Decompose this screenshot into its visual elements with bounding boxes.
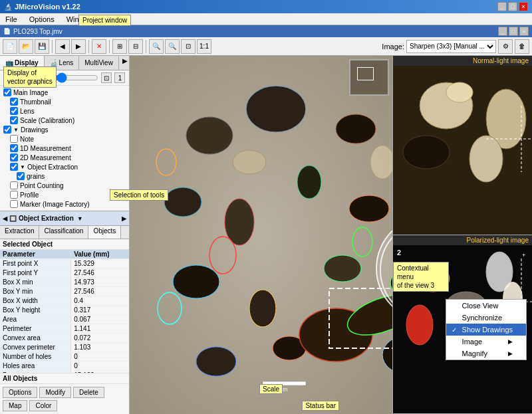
minimize-button[interactable]: _ (497, 2, 507, 11)
table-row[interactable]: First point Y27.546 (0, 268, 129, 278)
tab-classification[interactable]: Classification (39, 226, 88, 239)
thumbnail[interactable] (349, 59, 389, 96)
grain-overlay: 1 mm (130, 56, 392, 414)
tree-main-image[interactable]: Main Image (3, 88, 126, 97)
map-button[interactable]: Map (3, 400, 27, 411)
context-magnify[interactable]: Magnify ▶ (446, 348, 526, 360)
table-row[interactable]: Box X min14.973 (0, 278, 129, 287)
table-row[interactable]: First point X15.329 (0, 259, 129, 268)
obj-panel-header: ◀ 🔲 Object Extraction ▼ ▶ (0, 211, 129, 226)
center-image-area[interactable]: 1 mm Scale (130, 56, 392, 414)
tree-2d-measurement[interactable]: 2D Measurement (3, 153, 126, 162)
svg-point-6 (225, 199, 254, 245)
close-button[interactable]: × (519, 2, 528, 11)
tab-extraction[interactable]: Extraction (0, 226, 39, 239)
tree-grains[interactable]: grains (3, 171, 126, 181)
svg-point-40 (469, 136, 503, 182)
obj-panel-dropdown[interactable]: ▼ (77, 215, 83, 222)
table-row[interactable]: Number of holes0 (0, 352, 129, 362)
context-image[interactable]: Image ▶ (446, 336, 526, 348)
table-row[interactable]: Box Y height0.317 (0, 306, 129, 315)
toolbar-open[interactable]: 📂 (19, 39, 33, 54)
table-row[interactable]: Box Y min27.546 (0, 287, 129, 296)
param-value-2: 14.973 (71, 278, 129, 287)
table-row[interactable]: Convex area0.072 (0, 334, 129, 343)
tree-drawings[interactable]: ▼ Drawings (3, 125, 126, 134)
toolbar-delete[interactable]: 🗑 (515, 39, 529, 54)
tree-1d-measurement[interactable]: 1D Measurement (3, 144, 126, 153)
delete-button[interactable]: Delete (73, 387, 104, 398)
context-synchronize[interactable]: Synchronize (446, 312, 526, 324)
param-name-8: Convex area (0, 334, 71, 343)
project-maximize[interactable]: □ (509, 27, 518, 36)
project-minimize[interactable]: _ (498, 27, 507, 36)
param-name-10: Number of holes (0, 352, 71, 362)
toolbar-forward[interactable]: ▶ (71, 39, 86, 54)
options-button[interactable]: Options (3, 387, 37, 398)
tree-profile[interactable]: Profile (3, 190, 126, 199)
app-title: JMicroVision v1.22 (15, 3, 80, 11)
tree-point-counting[interactable]: Point Counting (3, 181, 126, 190)
tree-note[interactable]: Note (3, 134, 126, 144)
toolbar-sep3 (109, 40, 110, 53)
svg-point-18 (382, 335, 392, 375)
tree-scale[interactable]: Scale (Calibration) (3, 116, 126, 125)
context-show-drawings[interactable]: ✓ Show Drawings (446, 324, 526, 336)
toolbar-grid2[interactable]: ⊟ (128, 39, 143, 54)
toolbar-actual[interactable]: 1:1 (197, 39, 211, 54)
svg-text:+: + (522, 252, 525, 259)
tab-objects[interactable]: Objects (88, 226, 121, 239)
menu-options[interactable]: Options (27, 15, 57, 23)
table-row[interactable]: Perimeter1.141 (0, 324, 129, 334)
toolbar-zoom-in[interactable]: 🔍 (149, 39, 164, 54)
tree-thumbnail[interactable]: Thumbnail (3, 97, 126, 106)
param-value-10: 0 (71, 352, 129, 362)
title-bar: 🔬 JMicroVision v1.22 _ □ × (0, 0, 532, 13)
panel-expand[interactable]: ▶ (121, 56, 129, 70)
project-close[interactable]: × (519, 27, 529, 36)
obj-panel-prev[interactable]: ◀ (3, 215, 7, 222)
all-objects-label: All Objects (0, 373, 129, 384)
toolbar-grid1[interactable]: ⊞ (112, 39, 127, 54)
svg-point-22 (209, 237, 236, 274)
left-panel: 📺 Display 🔬 Lens MultiView ▶ Zoom: 59.3%… (0, 56, 130, 414)
svg-point-5 (164, 187, 201, 217)
tree-marker[interactable]: Marker (Image Factory) (3, 199, 126, 209)
menu-file[interactable]: File (3, 15, 20, 23)
tree-object-extraction[interactable]: ▼ Object Extraction (3, 162, 126, 171)
microscope-background: 1 mm Scale (130, 56, 392, 414)
svg-point-15 (196, 347, 236, 376)
obj-panel-next[interactable]: ▶ (122, 215, 126, 222)
scale-annotation: Scale (259, 384, 283, 394)
zoom-fit-btn[interactable]: ⊡ (101, 72, 112, 83)
toolbar-fit[interactable]: ⊡ (181, 39, 196, 54)
arrow-icon2: ▶ (508, 350, 513, 357)
param-name-7: Perimeter (0, 324, 71, 334)
context-close-view[interactable]: Close View (446, 300, 526, 312)
color-button[interactable]: Color (29, 400, 57, 411)
modify-button[interactable]: Modify (39, 387, 70, 398)
tree-lens[interactable]: Lens (3, 106, 126, 116)
params-scroll[interactable]: Parameter Value (mm) First point X15.329… (0, 250, 129, 373)
zoom-actual-btn[interactable]: 1 (114, 72, 125, 83)
table-row[interactable]: Area0.067 (0, 315, 129, 324)
table-row[interactable]: Convex perimeter1.103 (0, 343, 129, 352)
svg-point-7 (297, 165, 321, 199)
main-toolbar: 📄 📂 💾 ◀ ▶ ✕ ⊞ ⊟ 🔍 🔍 ⊡ 1:1 Image: Sharpen… (0, 37, 532, 56)
tab-multiview[interactable]: MultiView (79, 56, 119, 70)
toolbar-stop[interactable]: ✕ (92, 39, 106, 54)
param-name-11: Holes area (0, 362, 71, 371)
toolbar-settings[interactable]: ⚙ (498, 39, 513, 54)
param-value-11: 0 (71, 362, 129, 371)
table-row[interactable]: Holes area0 (0, 362, 129, 371)
toolbar-new[interactable]: 📄 (3, 39, 17, 54)
toolbar-back[interactable]: ◀ (55, 39, 70, 54)
toolbar-save[interactable]: 💾 (35, 39, 49, 54)
normal-light-content[interactable] (393, 66, 532, 235)
maximize-button[interactable]: □ (508, 2, 517, 11)
param-name-6: Area (0, 315, 71, 324)
param-name-0: First point X (0, 259, 71, 268)
toolbar-zoom-out[interactable]: 🔍 (165, 39, 180, 54)
sharpen-select[interactable]: Sharpen (3x3) [Manual ... (406, 40, 496, 53)
table-row[interactable]: Box X width0.4 (0, 296, 129, 306)
